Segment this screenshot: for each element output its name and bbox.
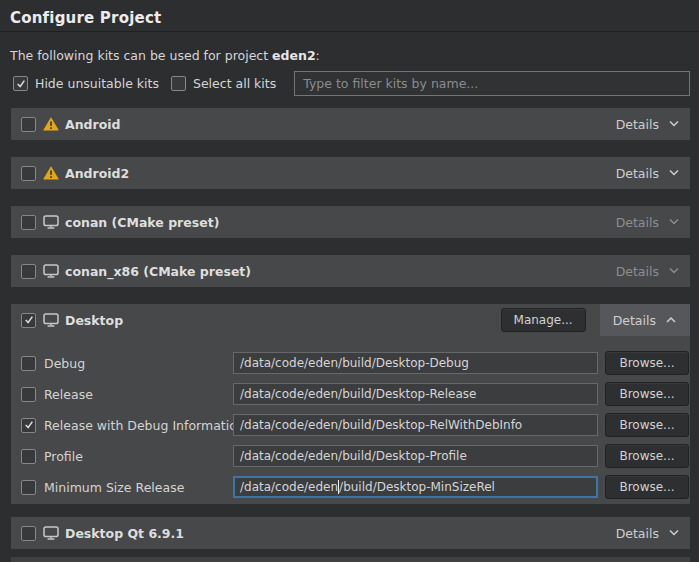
chevron-up-icon	[665, 316, 677, 324]
desktop-icon	[43, 313, 59, 327]
browse-button[interactable]: Browse...	[605, 444, 689, 468]
path-text-before-caret: /data/code/eden	[240, 480, 338, 494]
details-label: Details	[616, 215, 659, 230]
chevron-down-icon	[668, 529, 680, 537]
kit-row-android: Android Details	[11, 108, 690, 140]
warning-icon	[43, 166, 59, 180]
details-label: Details	[613, 313, 656, 328]
build-dir-input[interactable]	[233, 352, 598, 374]
build-dir-input[interactable]	[233, 445, 598, 467]
details-label: Details	[616, 117, 659, 132]
configure-project-page: Configure Project The following kits can…	[0, 0, 699, 562]
path-text-after-caret: /build/Desktop-MinSizeRel	[339, 480, 495, 494]
desktop-icon	[43, 215, 59, 229]
kit-checkbox[interactable]	[21, 117, 36, 132]
config-checkbox[interactable]	[21, 449, 36, 464]
chevron-down-icon	[668, 169, 680, 177]
browse-button[interactable]: Browse...	[605, 413, 689, 437]
chevron-down-icon	[668, 120, 680, 128]
config-checkbox[interactable]	[21, 356, 36, 371]
title-separator	[0, 31, 699, 32]
details-label: Details	[616, 526, 659, 541]
config-label: Release	[44, 387, 93, 402]
kit-section-desktop: Desktop Manage... Details Debug Browse..…	[11, 304, 690, 504]
kit-name: Android	[65, 117, 121, 132]
kit-checkbox[interactable]	[21, 215, 36, 230]
details-label: Details	[616, 166, 659, 181]
config-checkbox[interactable]	[21, 418, 36, 433]
check-icon	[16, 79, 26, 89]
hide-unsuitable-kits-option[interactable]: Hide unsuitable kits	[13, 76, 159, 91]
hide-unsuitable-checkbox[interactable]	[13, 76, 28, 91]
kit-row-android2: Android2 Details	[11, 157, 690, 189]
select-all-kits-option[interactable]: Select all kits	[171, 76, 276, 91]
config-label: Profile	[44, 449, 83, 464]
kit-checkbox[interactable]	[21, 166, 36, 181]
desktop-icon	[43, 526, 59, 540]
select-all-checkbox[interactable]	[171, 76, 186, 91]
browse-button[interactable]: Browse...	[605, 382, 689, 406]
details-label: Details	[616, 264, 659, 279]
config-row-profile: Profile Browse...	[21, 445, 690, 467]
config-row-release: Release Browse...	[21, 383, 690, 405]
kit-row-conan-x86: conan_x86 (CMake preset) Details	[11, 255, 690, 287]
details-button[interactable]: Details	[616, 166, 680, 181]
kit-name: conan_x86 (CMake preset)	[65, 264, 251, 279]
browse-button[interactable]: Browse...	[605, 351, 689, 375]
intro-text: The following kits can be used for proje…	[10, 48, 320, 63]
details-button[interactable]: Details	[616, 117, 680, 132]
kit-row-conan: conan (CMake preset) Details	[11, 206, 690, 238]
kit-name: Desktop Qt 6.9.1	[65, 526, 184, 541]
config-checkbox[interactable]	[21, 387, 36, 402]
kit-row-desktop-qt: Desktop Qt 6.9.1 Details	[11, 517, 690, 549]
kit-name: conan (CMake preset)	[65, 215, 219, 230]
config-row-relwithdebinfo: Release with Debug Information Browse...	[21, 414, 690, 436]
intro-suffix: :	[316, 48, 320, 63]
project-name: eden2	[272, 48, 316, 63]
kit-checkbox[interactable]	[21, 526, 36, 541]
kit-filter-toolbar: Hide unsuitable kits Select all kits	[13, 71, 690, 96]
config-label: Debug	[44, 356, 85, 371]
kit-row-desktop: Desktop Manage... Details	[11, 304, 690, 336]
browse-button[interactable]: Browse...	[605, 475, 689, 499]
next-kit-row-partial	[11, 557, 690, 562]
details-button[interactable]: Details	[616, 526, 680, 541]
config-label: Minimum Size Release	[44, 480, 184, 495]
details-button[interactable]: Details	[616, 264, 680, 279]
config-row-debug: Debug Browse...	[21, 352, 690, 374]
kit-checkbox[interactable]	[21, 264, 36, 279]
hide-unsuitable-label: Hide unsuitable kits	[35, 76, 159, 91]
build-dir-input[interactable]	[233, 383, 598, 405]
kit-name: Android2	[65, 166, 129, 181]
chevron-down-icon	[668, 267, 680, 275]
kit-checkbox[interactable]	[21, 313, 36, 328]
desktop-icon	[43, 264, 59, 278]
select-all-label: Select all kits	[193, 76, 276, 91]
build-dir-input-focused[interactable]: /data/code/eden/build/Desktop-MinSizeRel	[233, 476, 598, 498]
warning-icon	[43, 117, 59, 131]
intro-prefix: The following kits can be used for proje…	[10, 48, 272, 63]
kit-filter-input[interactable]	[294, 71, 690, 96]
manage-button[interactable]: Manage...	[501, 308, 586, 332]
chevron-down-icon	[668, 218, 680, 226]
config-checkbox[interactable]	[21, 480, 36, 495]
page-title: Configure Project	[10, 9, 161, 27]
check-icon	[24, 420, 34, 430]
check-icon	[24, 315, 34, 325]
config-row-minsizerel: Minimum Size Release /data/code/eden/bui…	[21, 476, 690, 498]
build-dir-input[interactable]	[233, 414, 598, 436]
details-button[interactable]: Details	[616, 215, 680, 230]
config-label: Release with Debug Information	[44, 418, 245, 433]
kit-name: Desktop	[65, 313, 123, 328]
details-button[interactable]: Details	[600, 304, 690, 336]
